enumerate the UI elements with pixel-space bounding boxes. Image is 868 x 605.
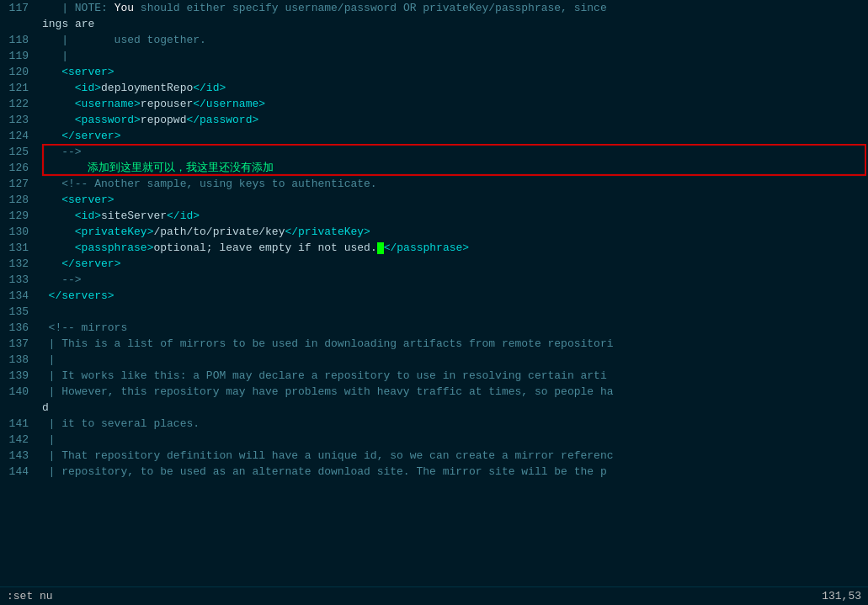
line-number-144: 144 [0,464,35,480]
line-content-121: <id>deploymentRepo</id> [35,80,868,96]
line-content-122: <username>repouser</username> [35,96,868,112]
line-number-127: 127 [0,176,35,192]
line-content-125: --> [35,144,868,160]
line-content-131: <passphrase>optional; leave empty if not… [35,240,868,256]
code-line-124: 124 </server> [0,128,868,144]
line-content-129: <id>siteServer</id> [35,208,868,224]
line-content-139: | It works like this: a POM may declare … [35,368,868,384]
code-line-140: 140 | However, this repository may have … [0,384,868,400]
line-number-128: 128 [0,192,35,208]
code-line-136: 136 <!-- mirrors [0,320,868,336]
code-line-137: 137 | This is a list of mirrors to be us… [0,336,868,352]
line-content-130: <privateKey>/path/to/private/key</privat… [35,224,868,240]
code-line-138: 138 | [0,352,868,368]
line-content-137: | This is a list of mirrors to be used i… [35,336,868,352]
line-content-126: 添加到这里就可以，我这里还没有添加 [35,160,868,176]
line-number-123: 123 [0,112,35,128]
line-number-137: 137 [0,336,35,352]
line-content-127: <!-- Another sample, using keys to authe… [35,176,868,192]
line-content-134: </servers> [35,288,868,304]
line-number-118: 118 [0,32,35,48]
status-left: :set nu [7,590,53,602]
code-line-129: 129 <id>siteServer</id> [0,208,868,224]
line-number-143: 143 [0,448,35,464]
line-number-126: 126 [0,160,35,176]
code-line-120: 120 <server> [0,64,868,80]
line-number-121: 121 [0,80,35,96]
line-number-133: 133 [0,272,35,288]
line-number-131: 131 [0,240,35,256]
code-line-119: 119 | [0,48,868,64]
line-number-130: 130 [0,224,35,240]
line-content-141: | it to several places. [35,416,868,432]
line-number-120: 120 [0,64,35,80]
line-content-132: </server> [35,256,868,272]
line-content-136: <!-- mirrors [35,320,868,336]
line-content-138: | [35,352,868,368]
line-number-124: 124 [0,128,35,144]
code-line-134: 134 </servers> [0,288,868,304]
status-right: 131,53 [822,590,861,602]
line-content-143: | That repository definition will have a… [35,448,868,464]
line-content-118: | used together. [35,32,868,48]
line-content-144: | repository, to be used as an alternate… [35,464,868,480]
code-line-121: 121 <id>deploymentRepo</id> [0,80,868,96]
code-line-127: 127 <!-- Another sample, using keys to a… [0,176,868,192]
code-line-125: 125 --> [0,144,868,160]
line-number-138: 138 [0,352,35,368]
code-line-144: 144 | repository, to be used as an alter… [0,464,868,480]
code-line-135: 135 [0,304,868,320]
line-content-124: </server> [35,128,868,144]
code-line-143: 143 | That repository definition will ha… [0,448,868,464]
line-number-139: 139 [0,368,35,384]
code-line-128: 128 <server> [0,192,868,208]
code-line-141: 141 | it to several places. [0,416,868,432]
code-line-123: 123 <password>repopwd</password> [0,112,868,128]
wrapped-117: ings are [0,16,868,32]
line-number-122: 122 [0,96,35,112]
code-line-133: 133 --> [0,272,868,288]
status-bar: :set nu 131,53 [0,586,868,605]
line-number-141: 141 [0,416,35,432]
line-number-125: 125 [0,144,35,160]
line-content-119: | [35,48,868,64]
line-number-140: 140 [0,384,35,400]
code-line-117: 117 | NOTE: You should either specify us… [0,0,868,16]
code-line-131: 131 <passphrase>optional; leave empty if… [0,240,868,256]
line-number-134: 134 [0,288,35,304]
line-number-135: 135 [0,304,35,320]
line-content-142: | [35,432,868,448]
code-line-139: 139 | It works like this: a POM may decl… [0,368,868,384]
cursor [377,242,384,254]
highlighted-section: 125 --> 126 添加到这里就可以，我这里还没有添加 [0,144,868,176]
wrapped-140: d [0,400,868,416]
line-content-133: --> [35,272,868,288]
line-number-142: 142 [0,432,35,448]
line-number-132: 132 [0,256,35,272]
code-area: 117 | NOTE: You should either specify us… [0,0,868,586]
code-line-132: 132 </server> [0,256,868,272]
line-content-123: <password>repopwd</password> [35,112,868,128]
line-content-117: | NOTE: You should either specify userna… [35,0,868,16]
code-line-118: 118 | used together. [0,32,868,48]
line-number-136: 136 [0,320,35,336]
code-line-142: 142 | [0,432,868,448]
code-line-122: 122 <username>repouser</username> [0,96,868,112]
line-content-120: <server> [35,64,868,80]
line-number-129: 129 [0,208,35,224]
line-content-140: | However, this repository may have prob… [35,384,868,400]
editor-container: 117 | NOTE: You should either specify us… [0,0,868,605]
line-number-117: 117 [0,0,35,16]
line-number-119: 119 [0,48,35,64]
code-line-126: 126 添加到这里就可以，我这里还没有添加 [0,160,868,176]
code-line-130: 130 <privateKey>/path/to/private/key</pr… [0,224,868,240]
line-content-128: <server> [35,192,868,208]
